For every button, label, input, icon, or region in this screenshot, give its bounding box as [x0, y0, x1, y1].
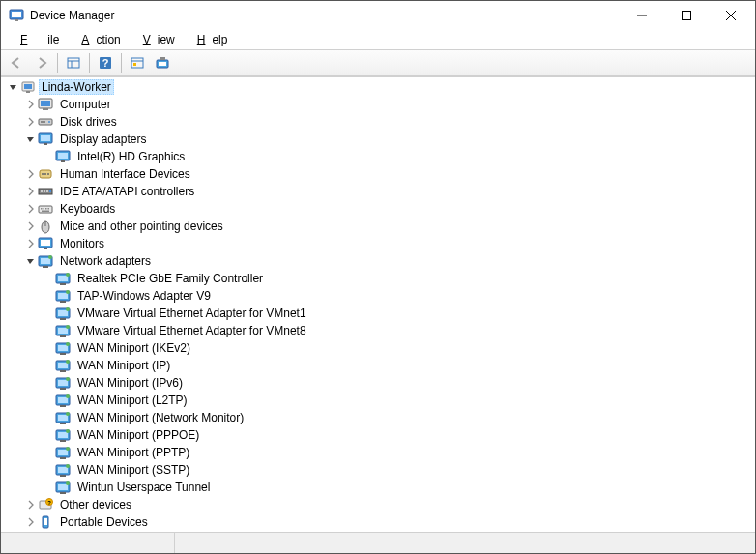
tree-device[interactable]: WAN Miniport (PPPOE)	[3, 426, 755, 444]
chevron-right-icon[interactable]	[24, 498, 38, 511]
tree-category[interactable]: Keyboards	[3, 200, 755, 218]
device-tree: Linda-WorkerComputerDisk drivesDisplay a…	[3, 78, 755, 531]
tree-device[interactable]: WAN Miniport (SSTP)	[3, 461, 755, 479]
tree-device[interactable]: WAN Miniport (L2TP)	[3, 392, 755, 409]
show-hide-console-button[interactable]	[62, 51, 85, 74]
network-icon	[55, 427, 71, 443]
chevron-right-icon[interactable]	[24, 202, 38, 216]
tree-category[interactable]: Portable Devices	[3, 513, 755, 531]
tree-category[interactable]: Computer	[3, 96, 755, 113]
portable-icon	[38, 514, 53, 530]
other-icon	[38, 497, 53, 512]
chevron-down-icon[interactable]	[7, 80, 20, 94]
tree-device-label: Wintun Userspace Tunnel	[74, 481, 213, 494]
tree-device-label: WAN Miniport (SSTP)	[74, 463, 192, 477]
tree-root[interactable]: Linda-Worker	[3, 78, 755, 96]
close-button[interactable]	[709, 1, 753, 30]
tree-device[interactable]: WAN Miniport (IPv6)	[3, 374, 755, 392]
chevron-right-icon[interactable]	[24, 515, 38, 529]
device-tree-scroll[interactable]: Linda-WorkerComputerDisk drivesDisplay a…	[1, 77, 755, 532]
menu-help[interactable]: Help	[184, 32, 235, 47]
computer-icon	[38, 97, 53, 112]
tree-device[interactable]: WAN Miniport (IP)	[3, 357, 755, 374]
tree-category-label: Other devices	[57, 498, 134, 511]
tree-category[interactable]: Mice and other pointing devices	[3, 218, 755, 235]
tree-device[interactable]: VMware Virtual Ethernet Adapter for VMne…	[3, 322, 755, 339]
chevron-right-icon[interactable]	[24, 98, 38, 111]
tree-category-label: Monitors	[57, 237, 107, 250]
tree-category[interactable]: Disk drives	[3, 113, 755, 131]
tree-device[interactable]: TAP-Windows Adapter V9	[3, 287, 755, 305]
tree-category-label: Disk drives	[57, 115, 120, 129]
tree-category[interactable]: Monitors	[3, 235, 755, 252]
menubar: File Action View Help	[1, 30, 755, 49]
network-icon	[55, 462, 71, 478]
svg-rect-7	[68, 58, 79, 68]
menu-file[interactable]: File	[7, 32, 66, 47]
maximize-button[interactable]	[664, 1, 709, 30]
tree-device-label: WAN Miniport (L2TP)	[74, 394, 190, 407]
svg-text:?: ?	[102, 57, 109, 69]
network-icon	[55, 340, 71, 356]
scan-button[interactable]	[126, 51, 149, 74]
disk-icon	[38, 114, 53, 130]
tree-category[interactable]: Human Interface Devices	[3, 165, 755, 183]
help-button[interactable]: ?	[94, 51, 117, 74]
statusbar	[1, 532, 755, 553]
chevron-down-icon[interactable]	[24, 254, 38, 268]
properties-toolbar-button[interactable]	[151, 51, 174, 74]
forward-button[interactable]	[30, 51, 53, 74]
content-area: Linda-WorkerComputerDisk drivesDisplay a…	[1, 76, 755, 532]
network-icon	[55, 288, 71, 304]
tree-category[interactable]: IDE ATA/ATAPI controllers	[3, 183, 755, 200]
tree-device-label: WAN Miniport (PPPOE)	[74, 428, 202, 442]
monitor-icon	[38, 236, 53, 251]
app-icon	[9, 8, 24, 23]
tree-category-label: Computer	[57, 98, 114, 111]
tree-device[interactable]: Realtek PCIe GbE Family Controller	[3, 270, 755, 287]
tree-category-label: Human Interface Devices	[57, 167, 193, 181]
svg-rect-4	[683, 12, 691, 20]
ide-icon	[38, 184, 53, 199]
minimize-button[interactable]	[620, 1, 664, 30]
tree-device[interactable]: WAN Miniport (PPTP)	[3, 444, 755, 461]
menu-action[interactable]: Action	[68, 32, 127, 47]
tree-category[interactable]: Network adapters	[3, 252, 755, 270]
svg-rect-17	[160, 57, 165, 60]
tree-device-label: WAN Miniport (Network Monitor)	[74, 411, 247, 424]
chevron-right-icon[interactable]	[24, 167, 38, 181]
network-icon	[55, 410, 71, 425]
device-manager-window: Device Manager File Action View Help ?	[0, 0, 756, 554]
chevron-down-icon[interactable]	[24, 132, 38, 146]
keyboard-icon	[38, 201, 53, 217]
tree-root-label: Linda-Worker	[39, 79, 114, 95]
tree-device-label: WAN Miniport (IPv6)	[74, 376, 186, 390]
tree-device-label: VMware Virtual Ethernet Adapter for VMne…	[74, 306, 309, 320]
menu-view[interactable]: View	[130, 32, 182, 47]
tree-device-label: Realtek PCIe GbE Family Controller	[74, 272, 266, 285]
tree-device-label: TAP-Windows Adapter V9	[74, 289, 214, 303]
network-icon	[55, 271, 71, 286]
network-icon	[55, 480, 71, 495]
chevron-right-icon[interactable]	[24, 219, 38, 233]
svg-rect-12	[131, 58, 143, 68]
chevron-right-icon[interactable]	[24, 237, 38, 250]
tree-device-label: WAN Miniport (IP)	[74, 359, 173, 372]
tree-device[interactable]: WAN Miniport (Network Monitor)	[3, 409, 755, 426]
tree-category[interactable]: Display adapters	[3, 131, 755, 148]
tree-device-label: Intel(R) HD Graphics	[74, 150, 188, 163]
tree-device[interactable]: WAN Miniport (IKEv2)	[3, 339, 755, 357]
chevron-right-icon[interactable]	[24, 185, 38, 198]
toolbar: ?	[1, 49, 755, 76]
back-button[interactable]	[5, 51, 28, 74]
tree-category[interactable]: Other devices	[3, 496, 755, 513]
tree-device[interactable]: VMware Virtual Ethernet Adapter for VMne…	[3, 305, 755, 322]
chevron-right-icon[interactable]	[24, 115, 38, 129]
toolbar-separator	[121, 53, 122, 73]
hid-icon	[38, 166, 53, 182]
tree-device[interactable]: Intel(R) HD Graphics	[3, 148, 755, 165]
status-cell	[175, 533, 755, 553]
titlebar[interactable]: Device Manager	[1, 1, 755, 30]
svg-rect-2	[15, 19, 18, 21]
tree-device[interactable]: Wintun Userspace Tunnel	[3, 479, 755, 496]
